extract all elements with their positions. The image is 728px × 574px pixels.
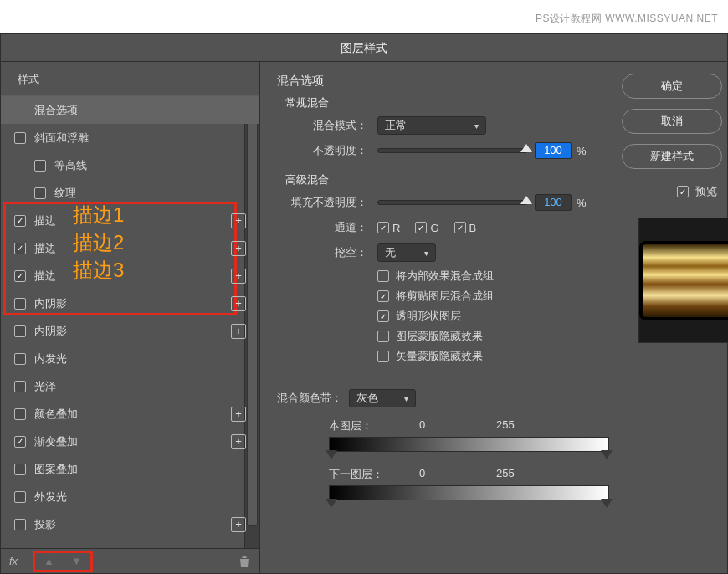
knockout-select[interactable]: 无▾ [377,243,436,262]
style-checkbox[interactable] [14,464,26,475]
chevron-down-icon: ▾ [404,394,408,403]
style-checkbox[interactable] [14,215,26,227]
preview-checkbox[interactable] [677,186,689,197]
blend-if-select[interactable]: 灰色▾ [349,389,416,407]
style-item-7[interactable]: 内阴影+ [1,290,259,317]
fill-unit: % [577,197,587,209]
style-checkbox[interactable] [14,325,26,337]
opt1-checkbox[interactable] [377,270,389,282]
chevron-down-icon: ▾ [424,249,428,258]
style-item-11[interactable]: 颜色叠加+ [1,400,259,428]
style-label: 外发光 [34,489,246,505]
styles-list: 描边1 描边2 描边3 混合选项斜面和浮雕等高线纹理描边+描边+描边+内阴影+内… [1,96,259,548]
style-item-10[interactable]: 光泽 [1,372,259,400]
this-layer-black-slider[interactable] [326,450,337,459]
add-effect-icon[interactable]: + [231,213,246,228]
channel-g-checkbox[interactable] [415,222,427,233]
add-effect-icon[interactable]: + [231,324,246,339]
opt3-checkbox[interactable] [377,310,389,322]
ok-button[interactable]: 确定 [622,74,722,99]
style-item-12[interactable]: 渐变叠加+ [1,428,259,455]
style-item-14[interactable]: 外发光 [1,483,259,510]
style-label: 纹理 [54,186,246,201]
fill-opacity-input[interactable]: 100 [535,194,572,211]
blend-if-group: 混合颜色带： 灰色▾ 本图层： 0 255 [277,385,617,504]
style-checkbox[interactable] [14,519,26,530]
style-checkbox[interactable] [34,187,46,199]
opt4-checkbox[interactable] [377,331,389,342]
under-layer-black-slider[interactable] [326,499,337,508]
this-layer-white-slider[interactable] [601,450,613,459]
style-item-3[interactable]: 纹理 [1,179,259,207]
cancel-button[interactable]: 取消 [622,109,722,134]
style-checkbox[interactable] [14,243,26,254]
style-checkbox[interactable] [14,408,26,420]
normal-blend-group: 常规混合 混合模式： 正常▾ 不透明度： 100 % [277,97,617,164]
blend-mode-select[interactable]: 正常▾ [377,116,486,135]
fill-opacity-label: 填充不透明度： [277,195,377,210]
style-checkbox[interactable] [34,160,46,172]
trash-icon[interactable] [238,555,251,568]
style-item-6[interactable]: 描边+ [1,262,259,290]
style-label: 描边 [34,269,231,284]
channels-label: 通道： [277,220,377,235]
style-label: 颜色叠加 [34,407,231,422]
fx-menu[interactable]: fx [9,555,26,567]
preview-thumbnail [638,218,728,343]
style-item-9[interactable]: 内发光 [1,345,259,372]
style-item-2[interactable]: 等高线 [1,151,259,179]
style-item-5[interactable]: 描边+ [1,234,259,262]
opt3-label: 透明形状图层 [396,309,461,324]
style-item-8[interactable]: 内阴影+ [1,317,259,345]
opt2-checkbox[interactable] [377,290,389,302]
style-label: 渐变叠加 [34,434,231,449]
style-item-15[interactable]: 投影+ [1,510,259,538]
style-checkbox[interactable] [14,491,26,503]
add-effect-icon[interactable]: + [231,517,246,532]
watermark-text: PS设计教程网 WWW.MISSYUAN.NET [536,12,718,26]
add-effect-icon[interactable]: + [231,269,246,284]
style-label: 内阴影 [34,324,231,339]
add-effect-icon[interactable]: + [231,296,246,311]
this-layer-label: 本图层： [329,418,372,433]
opt1-label: 将内部效果混合成组 [396,269,494,284]
under-layer-band[interactable] [329,485,609,500]
style-item-1[interactable]: 斜面和浮雕 [1,124,259,151]
add-effect-icon[interactable]: + [231,241,246,256]
style-checkbox[interactable] [14,436,26,448]
style-item-13[interactable]: 图案叠加 [1,455,259,483]
style-label: 图案叠加 [34,462,246,477]
blend-mode-label: 混合模式： [277,118,377,133]
red-highlight-arrows: ▲ ▼ [33,551,93,572]
style-checkbox[interactable] [14,381,26,392]
this-layer-band[interactable] [329,437,609,452]
fill-opacity-slider[interactable] [377,200,528,205]
style-checkbox[interactable] [14,270,26,282]
styles-panel: 样式 描边1 描边2 描边3 混合选项斜面和浮雕等高线纹理描边+描边+描边+内阴… [1,62,260,573]
blend-if-label: 混合颜色带： [277,391,349,406]
dialog-buttons: 确定 取消 新建样式 预览 [633,62,727,573]
new-style-button[interactable]: 新建样式 [622,144,722,169]
style-checkbox[interactable] [14,353,26,365]
panel-title: 混合选项 [277,74,617,89]
style-label: 内发光 [34,351,246,366]
opt5-label: 矢量蒙版隐藏效果 [396,349,483,364]
opt5-checkbox[interactable] [377,351,389,362]
style-checkbox[interactable] [14,298,26,310]
add-effect-icon[interactable]: + [231,434,246,449]
style-label: 斜面和浮雕 [34,131,246,146]
move-up-icon[interactable]: ▲ [44,555,54,567]
channel-b-checkbox[interactable] [454,222,466,233]
opt4-label: 图层蒙版隐藏效果 [396,329,483,344]
move-down-icon[interactable]: ▼ [71,555,82,567]
opacity-input[interactable]: 100 [535,142,572,159]
style-item-4[interactable]: 描边+ [1,207,259,234]
channel-r-checkbox[interactable] [377,222,389,233]
style-item-0[interactable]: 混合选项 [1,96,259,124]
style-checkbox[interactable] [14,132,26,144]
opacity-slider[interactable] [377,148,528,153]
add-effect-icon[interactable]: + [231,407,246,422]
styles-header: 样式 [1,62,259,96]
under-layer-white-slider[interactable] [601,499,613,508]
under-layer-label: 下一图层： [329,467,383,482]
